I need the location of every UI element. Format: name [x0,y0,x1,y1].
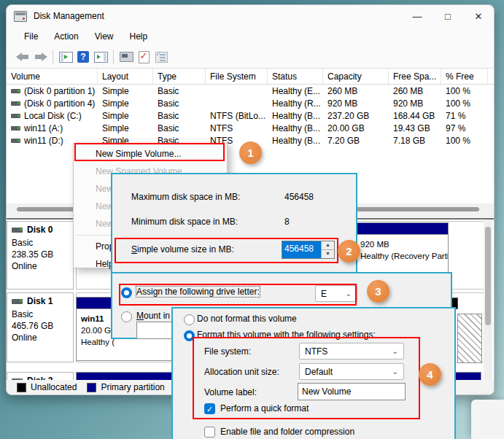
disk1-info-box[interactable]: Disk 1Basic465.76 GBOnline [7,292,74,362]
cell-text: NTFS (BitLo... [210,111,265,121]
menu-file[interactable]: File [18,29,44,44]
toolbar-button-show-console-tree[interactable] [57,48,74,66]
format-volume-label[interactable]: Format this volume with the following se… [197,330,376,340]
desktop-background: Disk Management — □ ✕ FileActionViewHelp… [0,0,504,439]
toolbar-button-back[interactable] [14,48,31,66]
disk-size: 465.76 GB [12,320,73,332]
volume-size-spinner[interactable]: 456458 ▲ ▼ [282,241,335,259]
assign-drive-letter-label[interactable]: Assign the following drive letter: [136,287,260,297]
volume-size-value[interactable]: 456458 [282,241,321,258]
disk-type: Basic [12,237,73,249]
cell-text: win11 (D:) [24,136,63,146]
chevron-down-icon: ⌄ [392,368,398,376]
cell-free_space: 260 MB [389,85,441,97]
column-header-1[interactable]: Layout [98,69,153,84]
assign-drive-letter-radio[interactable] [121,287,132,298]
table-row[interactable]: win11 (A:)SimpleBasicNTFSHealthy (B...20… [7,122,494,134]
volume-label-input[interactable] [298,383,406,400]
cell-capacity: 20.00 GB [323,122,389,134]
cell-type: Basic [153,109,206,122]
compression-checkbox[interactable] [204,427,215,438]
show-console-tree-icon [59,52,73,63]
spinner-up-icon[interactable]: ▲ [322,241,334,250]
menu-view[interactable]: View [88,29,120,44]
column-header-3[interactable]: File System [206,69,268,84]
legend-label: Unallocated [31,382,77,392]
cell-status: Healthy (E... [268,85,323,97]
cell-text: 97 % [446,123,465,133]
column-header-2[interactable]: Type [153,69,206,84]
toolbar-button-forward[interactable] [31,48,49,66]
column-header-7[interactable]: % Free [441,69,488,84]
file-system-value: NTFS [305,346,327,357]
cell-layout: Simple [98,122,153,134]
column-header-0[interactable]: Volume [7,69,98,84]
cell-capacity: 260 MB [323,85,389,97]
cell-text: Healthy (B... [272,136,320,146]
cell-text: Healthy (E... [272,86,320,96]
disk-icon [12,228,23,233]
step-badge-4: 4 [419,363,441,386]
cell-text: Basic [158,86,179,96]
toolbar-button-show-action-pane[interactable] [92,48,109,66]
cell-type: Basic [153,97,206,109]
legend-swatch [17,383,26,392]
volume-icon [11,139,20,143]
disk0-info-box[interactable]: Disk 0Basic238.35 GBOnline [7,221,74,290]
cell-text: 100 % [446,136,470,146]
cell-pct_free: 100 % [441,85,488,97]
cell-text: NTFS [210,123,233,133]
mount-folder-radio[interactable] [121,311,132,322]
spinner-down-icon[interactable]: ▼ [322,250,334,258]
column-header-4[interactable]: Status [268,69,323,84]
file-system-label: File system: [204,346,251,357]
forward-icon [34,53,47,61]
toolbar-button-display[interactable] [117,48,135,66]
disk-name-row: Disk 0 [12,225,73,235]
disk-name-row: Disk 1 [12,296,73,306]
help-icon: ? [77,51,89,63]
do-not-format-label[interactable]: Do not format this volume [197,314,297,324]
menu-item-0[interactable]: New Simple Volume... [74,145,227,163]
cell-text: 920 MB [393,98,423,109]
toolbar-button-check-disk[interactable] [135,48,152,66]
menu-action[interactable]: Action [47,29,85,44]
background-window-corner [471,400,504,439]
maximize-button[interactable]: □ [433,5,463,27]
title-bar: Disk Management — □ ✕ [7,5,494,27]
window-controls: — □ ✕ [402,5,494,27]
drive-letter-select[interactable]: E ⌄ [315,285,357,302]
cell-free_space: 7.18 GB [389,134,441,147]
allocation-unit-select[interactable]: Default ⌄ [299,363,404,380]
cell-text: 7.20 GB [327,136,360,146]
toolbar-button-checklist[interactable] [152,48,170,66]
step-badge-1: 1 [239,141,262,164]
table-row[interactable]: (Disk 0 partition 4)SimpleBasicHealthy (… [7,97,494,109]
show-action-pane-icon [94,52,108,63]
primary-partition-stripe [356,223,448,235]
cell-free_space: 920 MB [389,97,441,109]
table-row[interactable]: Local Disk (C:)SimpleBasicNTFS (BitLo...… [7,109,494,122]
back-icon [16,53,30,61]
toolbar-button-help[interactable]: ? [74,48,92,66]
column-header-6[interactable]: Free Spa... [389,69,441,84]
minimize-button[interactable]: — [402,5,433,27]
table-row[interactable]: (Disk 0 partition 1)SimpleBasicHealthy (… [7,85,494,97]
column-header-5[interactable]: Capacity [323,69,389,84]
quick-format-checkbox[interactable]: ✓ [204,403,215,414]
quick-format-label: Perform a quick format [220,403,309,413]
cell-text: win11 (A:) [24,123,63,133]
file-system-select[interactable]: NTFS ⌄ [299,343,404,360]
menu-help[interactable]: Help [123,29,155,44]
do-not-format-radio[interactable] [184,314,195,325]
cell-text: Simple [102,111,129,121]
cell-pct_free: 71 % [441,109,488,122]
selected-unallocated-region[interactable] [457,314,482,363]
cell-text: Basic [158,123,179,133]
cell-volume: (Disk 0 partition 4) [7,97,98,109]
cell-file_system [206,85,268,97]
max-size-value: 456458 [284,192,314,202]
format-volume-radio[interactable] [184,330,195,341]
vertical-scrollbar-thumb[interactable] [485,227,491,325]
close-button[interactable]: ✕ [463,5,494,27]
